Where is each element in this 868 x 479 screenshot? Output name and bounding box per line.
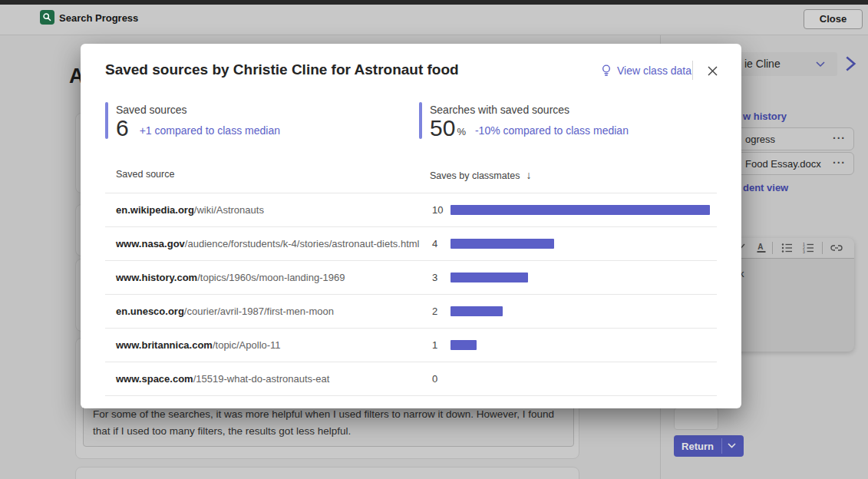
numbered-list-icon[interactable]: 1 2 3 [802, 242, 815, 254]
saves-bar [451, 205, 710, 215]
saved-sources-table: en.wikipedia.org/wiki/Astronauts 10 www.… [105, 193, 717, 396]
source-domain: www.britannica.com [116, 339, 213, 351]
reflection-answer-text: For some of the searches, it was more he… [93, 406, 573, 440]
stat-delta: -10% compared to class median [466, 124, 629, 140]
dialog-header-divider [692, 61, 693, 80]
saves-bar [451, 306, 503, 316]
saves-count: 2 [432, 306, 437, 317]
saves-header-label: Saves by classmates [430, 170, 520, 181]
stat-unit: % [455, 126, 466, 140]
magnifier-icon [42, 12, 52, 22]
stat-label: Searches with saved sources [430, 104, 569, 116]
app-window: Search Progress Close A For some of the … [0, 0, 868, 479]
source-path: /courier/avril-1987/first-men-moon [184, 306, 334, 317]
column-header-saved-source: Saved source [116, 169, 174, 180]
close-icon [707, 65, 718, 77]
saves-count: 10 [432, 204, 443, 216]
source-domain: en.wikipedia.org [116, 204, 194, 216]
stat-value: 50 [430, 116, 455, 140]
toolbar-divider [822, 242, 823, 254]
text-color-icon[interactable]: A [755, 242, 767, 254]
saves-count: 0 [432, 373, 437, 385]
app-title: Search Progress [59, 12, 138, 24]
table-row: en.unesco.org/courier/avril-1987/first-m… [105, 295, 717, 329]
close-app-button[interactable]: Close [804, 9, 863, 29]
stat-accent-bar [419, 102, 422, 139]
background-card [75, 467, 579, 479]
source-url: en.wikipedia.org/wiki/Astronauts [116, 204, 264, 216]
return-button-label: Return [674, 441, 721, 452]
source-path: /wiki/Astronauts [194, 204, 264, 216]
search-progress-app-icon [40, 10, 54, 25]
saves-count: 3 [432, 272, 437, 283]
saves-bar [451, 340, 477, 350]
dialog-close-button[interactable] [704, 62, 721, 79]
link-icon[interactable] [830, 242, 843, 254]
stat-label: Saved sources [116, 104, 187, 116]
stat-delta: +1 compared to class median [130, 124, 280, 140]
source-path: /topic/Apollo-11 [213, 339, 281, 351]
source-url: www.nasa.gov/audience/forstudents/k-4/st… [116, 238, 419, 249]
app-topbar: Search Progress Close [0, 5, 868, 35]
source-path: /audience/forstudents/k-4/stories/astron… [185, 238, 420, 249]
bullet-list-icon[interactable] [781, 242, 794, 254]
view-history-link[interactable]: w history [743, 111, 787, 122]
svg-text:3: 3 [803, 249, 805, 254]
source-url: www.history.com/topics/1960s/moon-landin… [116, 272, 345, 283]
source-domain: www.space.com [116, 373, 193, 385]
table-row: www.space.com/15519-what-do-astronauts-e… [105, 362, 717, 396]
view-class-data-label: View class data [617, 64, 691, 77]
student-selector-value: ie Cline [744, 58, 781, 70]
table-row: www.britannica.com/topic/Apollo-11 1 [105, 329, 717, 362]
attachment-label: Food Essay.docx [745, 158, 821, 170]
secondary-action-button[interactable] [674, 408, 718, 430]
lightbulb-icon [600, 64, 612, 77]
source-domain: www.history.com [116, 272, 197, 283]
column-header-saves-by-classmates[interactable]: Saves by classmates↓ [430, 169, 531, 181]
source-path: /15519-what-do-astronauts-eat [193, 373, 330, 385]
next-student-button[interactable] [843, 56, 859, 71]
saved-sources-dialog: Saved sources by Christie Cline for Astr… [81, 44, 741, 408]
attachment-label: ogress [745, 134, 775, 145]
table-row: www.nasa.gov/audience/forstudents/k-4/st… [105, 227, 717, 261]
saves-count: 1 [432, 339, 437, 351]
return-button[interactable]: Return [674, 435, 744, 457]
stat-value: 6 [116, 116, 129, 140]
reflection-line-2: that if I used too many filters, the res… [93, 423, 573, 440]
source-url: www.britannica.com/topic/Apollo-11 [116, 339, 281, 351]
saves-bar [451, 239, 554, 249]
reflection-line-1: For some of the searches, it was more he… [93, 406, 573, 423]
chevron-down-icon [816, 61, 825, 68]
dialog-title: Saved sources by Christie Cline for Astr… [105, 61, 459, 78]
more-options-icon[interactable]: ··· [833, 132, 846, 144]
saves-count: 4 [432, 238, 437, 249]
toolbar-divider [772, 242, 773, 254]
source-path: /topics/1960s/moon-landing-1969 [197, 272, 345, 283]
table-row: en.wikipedia.org/wiki/Astronauts 10 [105, 193, 717, 227]
source-domain: en.unesco.org [116, 306, 184, 317]
view-class-data-link[interactable]: View class data [600, 64, 691, 77]
source-url: en.unesco.org/courier/avril-1987/first-m… [116, 306, 334, 317]
sort-descending-icon: ↓ [526, 169, 531, 181]
student-view-link[interactable]: dent view [743, 182, 788, 193]
saves-bar [451, 273, 528, 282]
stat-accent-bar [105, 102, 108, 139]
source-domain: www.nasa.gov [116, 238, 185, 249]
table-row: www.history.com/topics/1960s/moon-landin… [105, 261, 717, 295]
return-options-chevron-icon[interactable] [728, 443, 736, 448]
more-options-icon[interactable]: ··· [833, 157, 846, 169]
split-button-divider [721, 438, 722, 454]
svg-text:A: A [757, 243, 763, 251]
source-url: www.space.com/15519-what-do-astronauts-e… [116, 373, 329, 385]
